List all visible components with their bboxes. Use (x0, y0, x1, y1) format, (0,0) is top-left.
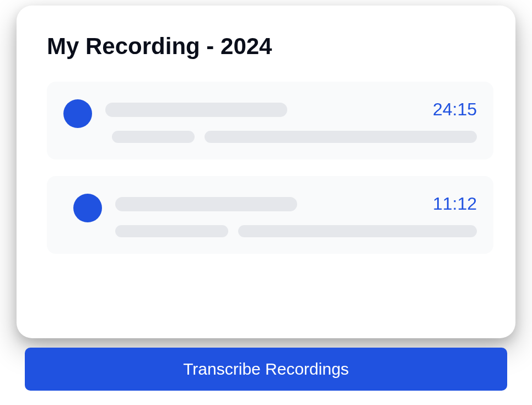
recording-subtitle-placeholder (115, 225, 228, 237)
recording-description-placeholder (238, 225, 477, 237)
recordings-card: My Recording - 2024 24:15 11: (17, 6, 515, 338)
recording-header-row: 11:12 (115, 194, 477, 214)
page-title: My Recording - 2024 (47, 33, 493, 60)
recording-item[interactable]: 11:12 (47, 176, 493, 254)
recording-sub-row (115, 225, 477, 237)
recording-list: 24:15 11:12 (47, 82, 493, 254)
recording-header-row: 24:15 (105, 99, 477, 120)
recording-sub-row (105, 131, 477, 143)
recording-description-placeholder (205, 131, 477, 143)
recording-avatar-icon (63, 99, 92, 128)
recording-title-placeholder (105, 103, 287, 117)
recording-content: 24:15 (105, 97, 477, 143)
recording-duration: 24:15 (433, 99, 477, 120)
transcribe-button[interactable]: Transcribe Recordings (25, 348, 507, 391)
recording-subtitle-placeholder (112, 131, 195, 143)
recording-title-placeholder (115, 197, 297, 211)
recording-duration: 11:12 (433, 194, 477, 214)
recording-avatar-icon (73, 194, 102, 222)
recording-item[interactable]: 24:15 (47, 82, 493, 159)
recording-content: 11:12 (115, 191, 477, 237)
